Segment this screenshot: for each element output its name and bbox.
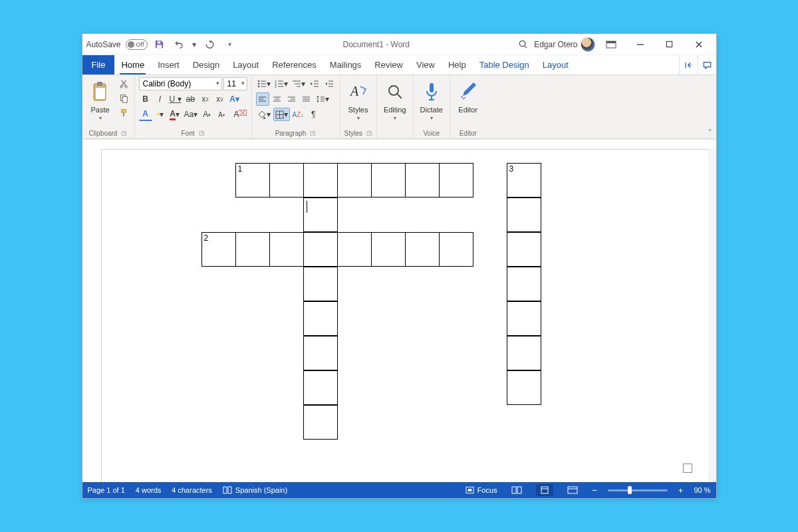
shading-icon[interactable]: ▾ <box>256 108 272 121</box>
superscript-button[interactable]: x2 <box>213 92 227 106</box>
align-left-icon[interactable] <box>256 92 269 106</box>
tab-table-layout[interactable]: Layout <box>536 55 575 74</box>
status-words[interactable]: 4 words <box>136 486 162 494</box>
font-color-icon[interactable]: A▾ <box>168 108 182 121</box>
increase-indent-icon[interactable] <box>323 77 336 90</box>
cell[interactable] <box>507 370 541 405</box>
save-icon[interactable] <box>150 36 168 53</box>
cell[interactable] <box>303 301 338 336</box>
show-marks-icon[interactable]: ¶ <box>307 108 320 121</box>
cell[interactable] <box>371 163 406 198</box>
tab-mailings[interactable]: Mailings <box>323 55 368 74</box>
status-language[interactable]: Spanish (Spain) <box>223 486 287 494</box>
undo-icon[interactable] <box>170 36 188 53</box>
sort-icon[interactable]: AZ↓ <box>291 108 306 121</box>
tab-view[interactable]: View <box>410 55 442 74</box>
bold-button[interactable]: B <box>139 92 152 106</box>
font-name-select[interactable]: Calibri (Body) <box>139 77 222 90</box>
copy-icon[interactable] <box>117 92 130 105</box>
cell[interactable] <box>439 163 473 198</box>
font-size-select[interactable]: 11 <box>223 77 247 90</box>
underline-button[interactable]: U ▾ <box>168 92 183 106</box>
dialog-launcher-icon[interactable]: ◳ <box>121 130 127 137</box>
numbered-list-icon[interactable]: 123▾ <box>273 77 289 90</box>
cell[interactable] <box>269 163 304 198</box>
tab-review[interactable]: Review <box>368 55 410 74</box>
undo-dropdown-icon[interactable]: ▾ <box>190 36 198 53</box>
dialog-launcher-icon[interactable]: ◳ <box>366 130 372 137</box>
cell[interactable] <box>371 232 406 267</box>
tab-layout[interactable]: Layout <box>226 55 265 74</box>
cell[interactable] <box>507 232 541 267</box>
tab-insert[interactable]: Insert <box>151 55 186 74</box>
collapse-ribbon-icon[interactable]: ˄ <box>708 128 712 137</box>
dialog-launcher-icon[interactable]: ◳ <box>310 130 316 137</box>
cell[interactable] <box>337 163 372 198</box>
cell[interactable] <box>507 198 541 232</box>
cell[interactable] <box>303 163 338 198</box>
shrink-font-icon[interactable]: A▾ <box>215 108 228 121</box>
cell-cursor[interactable] <box>303 198 338 232</box>
highlight-icon[interactable]: ▾ <box>154 108 167 121</box>
cell[interactable] <box>303 336 338 370</box>
cell[interactable] <box>303 405 338 440</box>
strikethrough-button[interactable]: ab <box>184 92 198 106</box>
ribbon-display-icon[interactable] <box>598 36 624 53</box>
status-characters[interactable]: 4 characters <box>172 486 212 494</box>
cut-icon[interactable] <box>117 77 130 90</box>
tab-references[interactable]: References <box>265 55 323 74</box>
focus-mode-button[interactable]: Focus <box>466 486 497 494</box>
comments-icon[interactable] <box>698 55 716 74</box>
autosave-toggle[interactable]: Off <box>126 39 148 50</box>
zoom-percent[interactable]: 90 % <box>694 486 710 494</box>
zoom-thumb[interactable] <box>628 486 632 494</box>
cell[interactable] <box>507 336 541 370</box>
font-color-outline-icon[interactable]: A <box>139 108 152 121</box>
zoom-slider[interactable] <box>608 489 668 491</box>
change-case-button[interactable]: Aa▾ <box>183 108 200 121</box>
minimize-button[interactable] <box>627 36 654 53</box>
cell[interactable] <box>439 232 473 267</box>
editor-button[interactable]: Editor <box>454 77 482 115</box>
styles-button[interactable]: A Styles ▾ <box>344 77 372 122</box>
close-button[interactable] <box>686 36 712 53</box>
cell[interactable] <box>405 232 440 267</box>
zoom-out-button[interactable]: − <box>592 485 597 495</box>
italic-button[interactable]: I <box>154 92 167 106</box>
clear-formatting-icon[interactable]: A⌫ <box>229 108 243 121</box>
tab-design[interactable]: Design <box>186 55 226 74</box>
paste-button[interactable]: Paste ▾ <box>86 77 114 122</box>
user-avatar[interactable] <box>581 37 595 52</box>
cell-3[interactable]: 3 <box>507 163 541 198</box>
decrease-indent-icon[interactable] <box>308 77 321 90</box>
cell[interactable] <box>507 301 541 336</box>
text-effects-icon[interactable]: A▾ <box>228 92 241 106</box>
cell[interactable] <box>507 267 541 301</box>
cell-1[interactable]: 1 <box>235 163 270 198</box>
bullet-list-icon[interactable]: ▾ <box>256 77 272 90</box>
cell[interactable] <box>235 232 270 267</box>
align-justify-icon[interactable] <box>300 92 313 106</box>
cell[interactable] <box>303 232 338 267</box>
subscript-button[interactable]: x2 <box>199 92 212 106</box>
search-icon[interactable] <box>514 36 531 53</box>
document-area[interactable]: 1 3 2 <box>82 139 716 482</box>
borders-icon[interactable]: ▾ <box>273 108 290 121</box>
dictate-button[interactable]: Dictate ▾ <box>418 77 446 122</box>
crossword-table[interactable]: 1 3 2 <box>202 164 541 440</box>
line-spacing-icon[interactable]: ▾ <box>315 92 331 106</box>
format-painter-icon[interactable] <box>117 106 130 120</box>
status-page[interactable]: Page 1 of 1 <box>88 486 125 494</box>
tab-help[interactable]: Help <box>442 55 473 74</box>
cell[interactable] <box>337 232 372 267</box>
align-center-icon[interactable] <box>271 92 284 106</box>
web-layout-icon[interactable] <box>564 484 581 496</box>
dialog-launcher-icon[interactable]: ◳ <box>199 130 205 137</box>
cell[interactable] <box>303 370 338 405</box>
user-name[interactable]: Edgar Otero <box>534 40 577 49</box>
grow-font-icon[interactable]: A▴ <box>200 108 213 121</box>
maximize-button[interactable] <box>656 36 683 53</box>
zoom-in-button[interactable]: + <box>678 485 684 495</box>
cell[interactable] <box>303 267 338 301</box>
editing-button[interactable]: Editing ▾ <box>381 77 409 122</box>
